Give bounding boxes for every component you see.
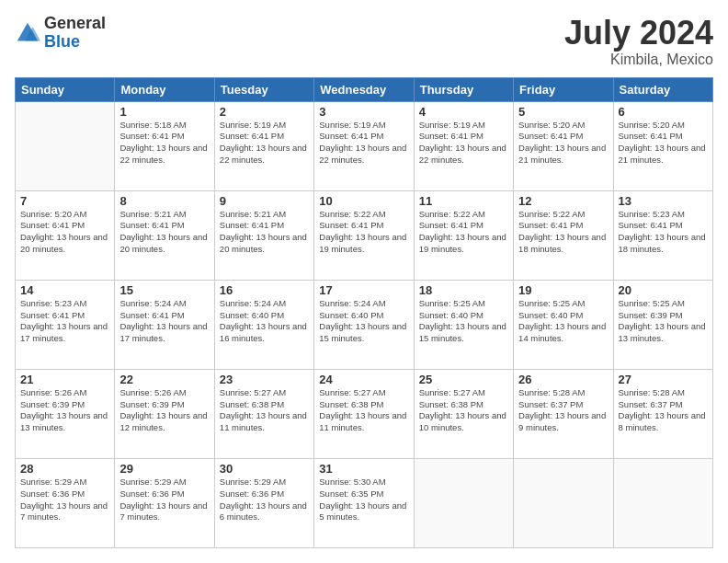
logo-general: General — [44, 15, 106, 33]
day-number: 26 — [518, 373, 608, 386]
day-info: Sunrise: 5:22 AMSunset: 6:41 PMDaylight:… — [419, 209, 508, 256]
table-row: 2 Sunrise: 5:19 AMSunset: 6:41 PMDayligh… — [214, 101, 313, 190]
day-number: 13 — [619, 194, 708, 208]
col-monday: Monday — [115, 77, 214, 101]
table-row — [514, 458, 613, 547]
day-number: 31 — [319, 462, 408, 476]
day-number: 29 — [119, 462, 209, 476]
day-info: Sunrise: 5:29 AMSunset: 6:36 PMDaylight:… — [20, 477, 109, 523]
day-info: Sunrise: 5:24 AMSunset: 6:40 PMDaylight:… — [319, 298, 408, 345]
table-row: 7 Sunrise: 5:20 AMSunset: 6:41 PMDayligh… — [16, 190, 115, 280]
table-row: 18 Sunrise: 5:25 AMSunset: 6:40 PMDaylig… — [414, 280, 513, 369]
day-number: 10 — [319, 194, 408, 208]
table-row: 3 Sunrise: 5:19 AMSunset: 6:41 PMDayligh… — [314, 101, 414, 190]
day-number: 7 — [20, 194, 109, 208]
table-row: 27 Sunrise: 5:28 AMSunset: 6:37 PMDaylig… — [613, 369, 712, 458]
day-number: 3 — [319, 105, 408, 119]
day-number: 2 — [220, 105, 309, 119]
day-number: 18 — [419, 283, 508, 297]
table-row: 29 Sunrise: 5:29 AMSunset: 6:36 PMDaylig… — [115, 458, 214, 547]
day-info: Sunrise: 5:28 AMSunset: 6:37 PMDaylight:… — [619, 387, 708, 434]
day-info: Sunrise: 5:24 AMSunset: 6:41 PMDaylight:… — [119, 298, 209, 345]
day-number: 23 — [220, 373, 309, 386]
day-info: Sunrise: 5:24 AMSunset: 6:40 PMDaylight:… — [220, 298, 309, 345]
day-number: 15 — [119, 283, 209, 297]
day-info: Sunrise: 5:19 AMSunset: 6:41 PMDaylight:… — [220, 120, 309, 167]
day-number: 14 — [20, 283, 109, 297]
table-row: 4 Sunrise: 5:19 AMSunset: 6:41 PMDayligh… — [414, 101, 513, 190]
table-row — [16, 101, 115, 190]
col-sunday: Sunday — [16, 77, 115, 101]
day-number: 9 — [220, 194, 309, 208]
table-row: 16 Sunrise: 5:24 AMSunset: 6:40 PMDaylig… — [214, 280, 313, 369]
day-number: 11 — [419, 194, 508, 208]
table-row: 1 Sunrise: 5:18 AMSunset: 6:41 PMDayligh… — [115, 101, 214, 190]
table-row: 30 Sunrise: 5:29 AMSunset: 6:36 PMDaylig… — [214, 458, 313, 547]
day-number: 19 — [518, 283, 608, 297]
day-info: Sunrise: 5:23 AMSunset: 6:41 PMDaylight:… — [20, 298, 109, 345]
day-number: 8 — [119, 194, 209, 208]
table-row — [613, 458, 712, 547]
day-number: 22 — [119, 373, 209, 386]
day-info: Sunrise: 5:26 AMSunset: 6:39 PMDaylight:… — [119, 387, 209, 434]
day-info: Sunrise: 5:22 AMSunset: 6:41 PMDaylight:… — [518, 209, 608, 256]
day-info: Sunrise: 5:20 AMSunset: 6:41 PMDaylight:… — [619, 120, 708, 167]
table-row: 13 Sunrise: 5:23 AMSunset: 6:41 PMDaylig… — [613, 190, 712, 280]
calendar-week-row: 7 Sunrise: 5:20 AMSunset: 6:41 PMDayligh… — [16, 190, 713, 280]
logo-icon — [15, 20, 40, 46]
table-row: 22 Sunrise: 5:26 AMSunset: 6:39 PMDaylig… — [115, 369, 214, 458]
calendar-week-row: 28 Sunrise: 5:29 AMSunset: 6:36 PMDaylig… — [16, 458, 713, 547]
day-number: 28 — [20, 462, 109, 476]
logo-text: General Blue — [44, 15, 106, 52]
table-row: 17 Sunrise: 5:24 AMSunset: 6:40 PMDaylig… — [314, 280, 414, 369]
day-number: 6 — [619, 105, 708, 119]
col-friday: Friday — [514, 77, 613, 101]
day-number: 4 — [419, 105, 508, 119]
day-number: 20 — [619, 283, 708, 297]
header: General Blue July 2024 Kimbila, Mexico — [15, 15, 713, 68]
table-row: 9 Sunrise: 5:21 AMSunset: 6:41 PMDayligh… — [214, 190, 313, 280]
day-number: 12 — [518, 194, 608, 208]
table-row: 20 Sunrise: 5:25 AMSunset: 6:39 PMDaylig… — [613, 280, 712, 369]
table-row: 8 Sunrise: 5:21 AMSunset: 6:41 PMDayligh… — [115, 190, 214, 280]
day-info: Sunrise: 5:29 AMSunset: 6:36 PMDaylight:… — [220, 477, 309, 523]
day-number: 25 — [419, 373, 508, 386]
day-info: Sunrise: 5:19 AMSunset: 6:41 PMDaylight:… — [419, 120, 508, 167]
table-row: 6 Sunrise: 5:20 AMSunset: 6:41 PMDayligh… — [613, 101, 712, 190]
day-info: Sunrise: 5:29 AMSunset: 6:36 PMDaylight:… — [119, 477, 209, 523]
calendar-week-row: 14 Sunrise: 5:23 AMSunset: 6:41 PMDaylig… — [16, 280, 713, 369]
table-row: 31 Sunrise: 5:30 AMSunset: 6:35 PMDaylig… — [314, 458, 414, 547]
table-row: 15 Sunrise: 5:24 AMSunset: 6:41 PMDaylig… — [115, 280, 214, 369]
day-info: Sunrise: 5:21 AMSunset: 6:41 PMDaylight:… — [119, 209, 209, 256]
day-info: Sunrise: 5:19 AMSunset: 6:41 PMDaylight:… — [319, 120, 408, 167]
table-row: 24 Sunrise: 5:27 AMSunset: 6:38 PMDaylig… — [314, 369, 414, 458]
logo-blue: Blue — [44, 33, 106, 52]
day-info: Sunrise: 5:20 AMSunset: 6:41 PMDaylight:… — [20, 209, 109, 256]
day-info: Sunrise: 5:27 AMSunset: 6:38 PMDaylight:… — [220, 387, 309, 434]
day-number: 27 — [619, 373, 708, 386]
day-info: Sunrise: 5:20 AMSunset: 6:41 PMDaylight:… — [518, 120, 608, 167]
table-row: 26 Sunrise: 5:28 AMSunset: 6:37 PMDaylig… — [514, 369, 613, 458]
table-row: 5 Sunrise: 5:20 AMSunset: 6:41 PMDayligh… — [514, 101, 613, 190]
day-number: 5 — [518, 105, 608, 119]
table-row: 10 Sunrise: 5:22 AMSunset: 6:41 PMDaylig… — [314, 190, 414, 280]
main-title: July 2024 — [564, 15, 713, 52]
day-info: Sunrise: 5:18 AMSunset: 6:41 PMDaylight:… — [119, 120, 209, 167]
calendar-week-row: 1 Sunrise: 5:18 AMSunset: 6:41 PMDayligh… — [16, 101, 713, 190]
day-info: Sunrise: 5:23 AMSunset: 6:41 PMDaylight:… — [619, 209, 708, 256]
day-info: Sunrise: 5:25 AMSunset: 6:40 PMDaylight:… — [518, 298, 608, 345]
day-number: 30 — [220, 462, 309, 476]
calendar-header-row: Sunday Monday Tuesday Wednesday Thursday… — [16, 77, 713, 101]
day-info: Sunrise: 5:22 AMSunset: 6:41 PMDaylight:… — [319, 209, 408, 256]
calendar-week-row: 21 Sunrise: 5:26 AMSunset: 6:39 PMDaylig… — [16, 369, 713, 458]
day-number: 17 — [319, 283, 408, 297]
day-info: Sunrise: 5:21 AMSunset: 6:41 PMDaylight:… — [220, 209, 309, 256]
table-row: 11 Sunrise: 5:22 AMSunset: 6:41 PMDaylig… — [414, 190, 513, 280]
day-info: Sunrise: 5:27 AMSunset: 6:38 PMDaylight:… — [319, 387, 408, 434]
table-row: 25 Sunrise: 5:27 AMSunset: 6:38 PMDaylig… — [414, 369, 513, 458]
day-number: 16 — [220, 283, 309, 297]
col-thursday: Thursday — [414, 77, 513, 101]
table-row: 14 Sunrise: 5:23 AMSunset: 6:41 PMDaylig… — [16, 280, 115, 369]
day-number: 24 — [319, 373, 408, 386]
subtitle: Kimbila, Mexico — [564, 52, 713, 68]
